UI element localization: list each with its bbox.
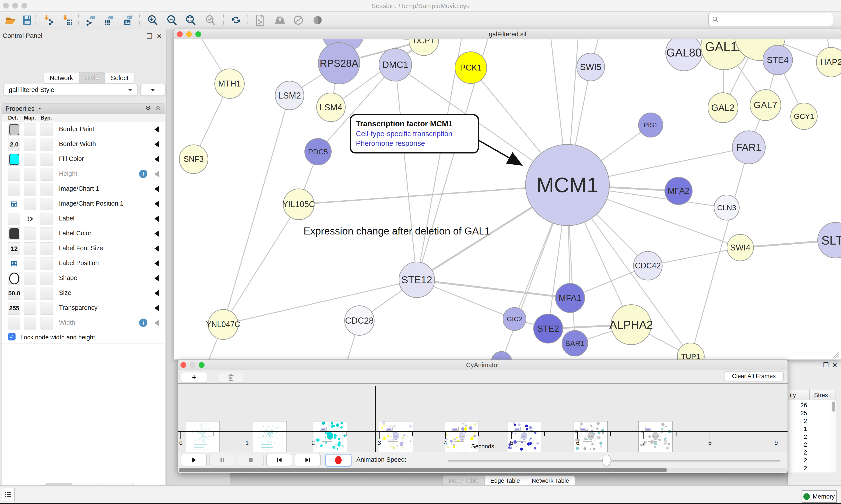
node-mth1[interactable]: MTH1 (214, 69, 245, 99)
node-far1[interactable]: FAR1 (732, 130, 766, 164)
collapse-all-icon[interactable] (155, 105, 162, 113)
resize-grip-icon[interactable] (831, 349, 840, 358)
mapping-cell[interactable] (24, 183, 36, 196)
node-bar1[interactable]: BAR1 (562, 330, 588, 357)
memory-button[interactable]: Memory (802, 490, 837, 503)
style-options-button[interactable] (140, 84, 165, 96)
network-edge[interactable] (223, 280, 417, 324)
node-yil105c[interactable]: YIL105C (283, 188, 315, 220)
zoom-fit-button[interactable] (184, 13, 198, 27)
bypass-cell[interactable] (40, 153, 53, 166)
tab-network[interactable]: Network (44, 72, 79, 84)
bypass-cell[interactable] (40, 287, 53, 300)
expand-arrow-icon[interactable] (155, 305, 159, 311)
delete-frame-button[interactable] (218, 372, 244, 383)
node-ste12[interactable]: STE12 (399, 262, 435, 298)
node-alpha2[interactable]: ALPHA2 (611, 304, 651, 345)
property-row[interactable]: Label Color (2, 226, 165, 241)
expand-arrow-icon[interactable] (155, 231, 159, 237)
mapping-cell[interactable] (24, 257, 36, 270)
node-swi5[interactable]: SWI5 (576, 53, 605, 81)
default-value-cell[interactable] (8, 272, 20, 285)
property-row[interactable]: Fill Color (2, 152, 165, 167)
default-value-cell[interactable] (8, 317, 20, 329)
bypass-cell[interactable] (40, 213, 53, 225)
mapping-cell[interactable] (24, 242, 36, 255)
record-button[interactable] (325, 454, 352, 467)
node-rps28a[interactable]: RPS28A (318, 42, 360, 84)
mapping-cell[interactable] (24, 153, 36, 166)
property-row[interactable]: Image/Chart Position 1 (2, 196, 165, 212)
search-input[interactable] (708, 13, 833, 26)
close-panel-icon[interactable]: ✕ (157, 32, 162, 40)
bypass-cell[interactable] (40, 257, 53, 270)
property-row[interactable]: Image/Chart 1 (2, 181, 165, 197)
node-snf3[interactable]: SNF3 (179, 144, 208, 174)
node-pck1[interactable]: PCK1 (455, 51, 487, 84)
expand-arrow-icon[interactable] (155, 290, 159, 296)
stop-button[interactable] (238, 454, 264, 466)
default-value-cell[interactable] (8, 228, 20, 240)
property-row[interactable]: 12Label Font Size (2, 241, 165, 256)
binoculars-button[interactable] (272, 13, 286, 27)
task-history-button[interactable] (2, 488, 15, 501)
node-gcy1[interactable]: GCY1 (790, 103, 818, 130)
bypass-cell[interactable] (40, 272, 53, 285)
property-row[interactable]: Label (2, 211, 165, 227)
lock-checkbox[interactable]: ✓ (8, 333, 16, 340)
node-pdc5[interactable]: PDC5 (304, 138, 332, 165)
default-value-cell[interactable] (8, 257, 20, 270)
import-network-button[interactable] (41, 13, 55, 27)
zoom-out-button[interactable] (165, 13, 179, 27)
info-icon[interactable]: i (139, 170, 147, 178)
node-cdc42[interactable]: CDC42 (633, 251, 662, 281)
default-value-cell[interactable]: 255 (8, 302, 20, 314)
style-selector[interactable]: galFiltered Style (3, 84, 138, 96)
property-row[interactable]: 255Transparency (2, 301, 165, 316)
properties-header[interactable]: Properties (2, 104, 165, 114)
node-dmc1[interactable]: DMC1 (379, 48, 412, 82)
skip-to-end-button[interactable] (295, 454, 321, 466)
mapping-cell[interactable] (24, 213, 36, 225)
timeline-scrollbar[interactable] (179, 468, 787, 472)
network-edge[interactable] (223, 204, 299, 324)
column-header[interactable]: Stres (814, 392, 828, 399)
bypass-cell[interactable] (40, 168, 53, 181)
property-row[interactable]: Label Position (2, 256, 165, 271)
tab-network-table[interactable]: Network Table (526, 475, 575, 486)
expand-arrow-icon[interactable] (155, 246, 159, 252)
expand-arrow-icon[interactable] (155, 141, 159, 147)
node-lsm4[interactable]: LSM4 (316, 93, 345, 122)
node-mfa2[interactable]: MFA2 (664, 177, 693, 205)
cyanimator-titlebar[interactable]: CyAnimator (178, 360, 788, 370)
column-divider[interactable] (809, 390, 810, 400)
default-value-cell[interactable] (8, 123, 20, 136)
float-panel-icon[interactable]: ❐ (146, 32, 153, 40)
network-caption[interactable]: Expression change after deletion of GAL1 (304, 225, 490, 237)
default-value-cell[interactable] (8, 183, 20, 196)
refresh-button[interactable] (229, 13, 243, 27)
property-row[interactable]: Shape (2, 271, 165, 286)
info-icon[interactable]: i (139, 319, 147, 327)
node-gal2[interactable]: GAL2 (708, 92, 738, 123)
export-network-button[interactable] (84, 13, 98, 27)
mapping-cell[interactable] (24, 168, 36, 181)
clear-all-frames-button[interactable]: Clear All Frames (724, 371, 784, 381)
hide-button[interactable] (291, 13, 305, 27)
table-scrollbar-thumb[interactable] (832, 401, 835, 412)
show-button[interactable] (310, 13, 325, 27)
node-gal7[interactable]: GAL7 (750, 89, 781, 121)
export-table-button[interactable] (103, 13, 117, 27)
node-swi4[interactable]: SWI4 (727, 234, 754, 261)
open-file-button[interactable] (4, 13, 18, 27)
zoom-selected-button[interactable] (204, 13, 218, 27)
bypass-cell[interactable] (40, 198, 53, 211)
property-row[interactable]: Heighti (2, 167, 165, 182)
pause-button[interactable] (209, 454, 235, 466)
annotation-link[interactable]: Cell-type-specific transcription (356, 129, 472, 139)
default-value-cell[interactable] (8, 153, 20, 166)
node-cdc28[interactable]: CDC28 (344, 305, 375, 336)
expand-arrow-icon[interactable] (155, 216, 159, 222)
default-value-cell[interactable] (8, 168, 20, 181)
property-row[interactable]: Widthi (2, 316, 165, 330)
